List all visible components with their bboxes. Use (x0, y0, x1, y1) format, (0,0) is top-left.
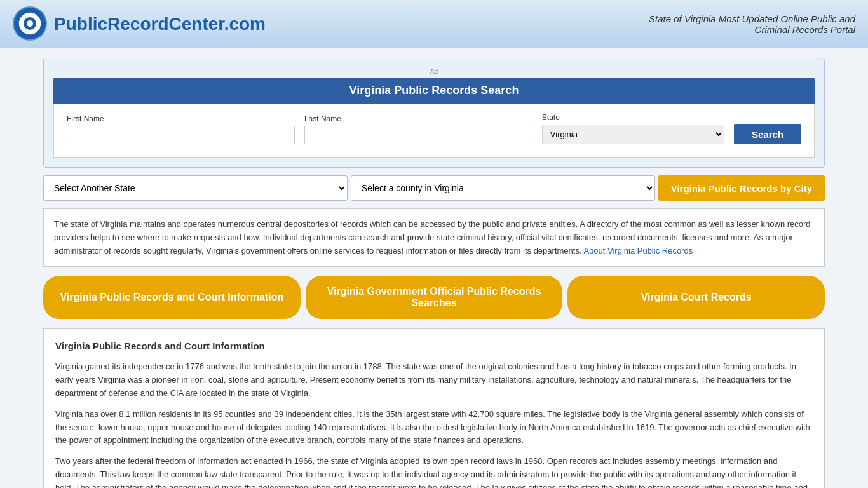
svg-point-3 (27, 20, 33, 27)
search-button[interactable]: Search (734, 124, 801, 144)
search-container: Ad Virginia Public Records Search First … (43, 58, 825, 168)
nav-buttons: Virginia Public Records and Court Inform… (43, 276, 825, 319)
first-name-input[interactable] (67, 126, 295, 144)
nav-btn-public-records[interactable]: Virginia Public Records and Court Inform… (43, 276, 301, 319)
ad-label: Ad (53, 68, 815, 75)
last-name-input[interactable] (304, 126, 532, 144)
header-tagline: State of Virginia Most Updated Online Pu… (649, 13, 855, 35)
content-para1: Virginia gained its independence in 1776… (55, 360, 813, 400)
state-select[interactable]: Virginia Alabama Alaska Arizona Arkansas… (542, 125, 724, 144)
logo-icon (13, 6, 48, 41)
first-name-label: First Name (67, 114, 295, 123)
dropdowns-row: Select Another State Alabama Alaska Ariz… (43, 175, 825, 201)
first-name-group: First Name (67, 114, 295, 144)
nav-btn-court-records[interactable]: Virginia Court Records (567, 276, 825, 319)
about-link[interactable]: About Virginia Public Records (583, 246, 693, 255)
content-area: Virginia Public Records and Court Inform… (43, 328, 825, 488)
content-para3: Two years after the federal freedom of i… (55, 455, 813, 488)
city-records-button[interactable]: Virginia Public Records by City (658, 175, 825, 201)
state-another-select[interactable]: Select Another State Alabama Alaska Ariz… (43, 175, 348, 201)
last-name-group: Last Name (304, 114, 532, 144)
search-box-title: Virginia Public Records Search (53, 78, 815, 104)
state-label: State (542, 113, 724, 122)
nav-btn-government-records[interactable]: Virginia Government Official Public Reco… (306, 276, 563, 319)
page-header: PublicRecordCenter.com State of Virginia… (0, 0, 868, 48)
fields-row: First Name Last Name State Virginia Alab… (67, 113, 801, 144)
description-block: The state of Virginia maintains and oper… (43, 208, 825, 267)
content-heading: Virginia Public Records and Court Inform… (55, 339, 813, 354)
search-fields: First Name Last Name State Virginia Alab… (53, 104, 815, 158)
description-text: The state of Virginia maintains and oper… (54, 219, 811, 255)
logo-area: PublicRecordCenter.com (13, 6, 266, 41)
logo-text: PublicRecordCenter.com (54, 14, 266, 34)
main-wrapper: Ad Virginia Public Records Search First … (34, 48, 834, 488)
county-select[interactable]: Select a county in Virginia Accomack Cou… (351, 175, 655, 201)
state-group: State Virginia Alabama Alaska Arizona Ar… (542, 113, 724, 144)
content-para2: Virginia has over 8.1 million residents … (55, 408, 813, 447)
last-name-label: Last Name (304, 114, 532, 123)
